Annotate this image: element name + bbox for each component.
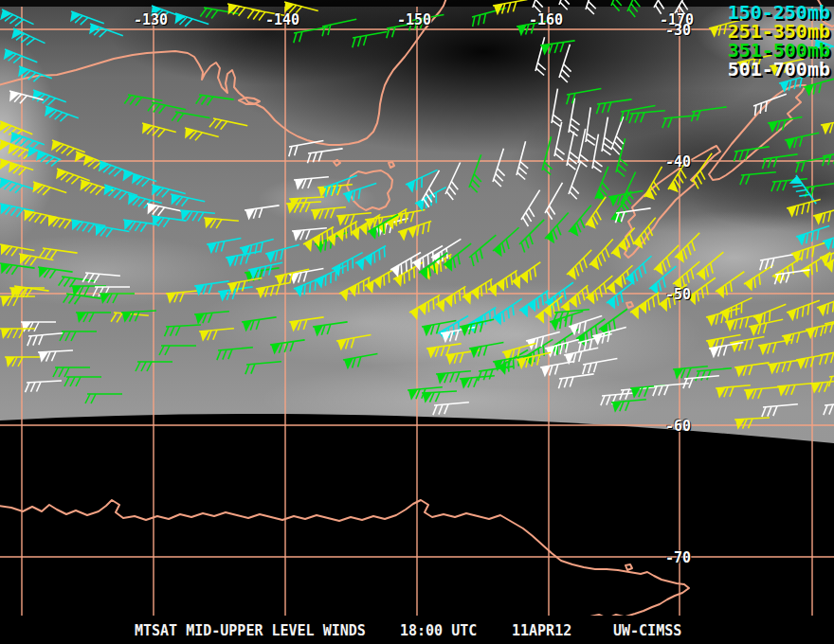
- wind-barb: [355, 246, 391, 273]
- wind-barb: [630, 293, 665, 321]
- valid-date: 11APR12: [512, 622, 571, 639]
- wind-barb: [540, 41, 576, 56]
- wind-barb: [343, 184, 380, 205]
- wind-barb: [0, 263, 35, 278]
- wind-barb: [720, 297, 756, 322]
- wind-barb: [422, 391, 458, 403]
- wind-barb: [777, 384, 813, 397]
- wind-barb: [242, 317, 278, 332]
- wind-barb: [709, 343, 745, 359]
- wind-barb: [569, 98, 585, 136]
- wind-barb: [172, 112, 209, 128]
- coastline-flinders-island: [389, 162, 394, 168]
- wind-barb: [716, 272, 751, 300]
- wind-barb: [444, 162, 469, 200]
- legend-item: 501-700mb: [728, 60, 830, 79]
- wind-barb: [690, 107, 728, 121]
- latitude-label: -70: [665, 549, 691, 566]
- wind-barb: [27, 333, 64, 346]
- wind-barb: [25, 381, 62, 392]
- wind-barb: [159, 346, 196, 355]
- wind-barb: [739, 172, 777, 185]
- wind-barb: [1, 49, 37, 72]
- wind-barb: [469, 343, 505, 359]
- wind-barb: [256, 283, 292, 299]
- wind-barb: [245, 362, 282, 374]
- latitude-label: -30: [665, 22, 691, 39]
- wind-barb: [30, 182, 67, 203]
- wind-barb: [468, 154, 490, 192]
- wind-barb: [166, 291, 202, 304]
- wind-barb: [493, 298, 528, 327]
- wind-barb: [552, 89, 568, 127]
- wind-barb: [415, 188, 451, 213]
- legend-item: 251-350mb: [728, 22, 830, 41]
- wind-barb: [343, 354, 379, 370]
- wind-barb: [744, 265, 779, 293]
- wind-barb: [744, 387, 780, 401]
- wind-barb: [64, 377, 101, 386]
- wind-barb: [492, 149, 513, 187]
- wind-barb: [207, 239, 243, 255]
- wind-barb: [592, 134, 608, 172]
- wind-barb: [557, 374, 595, 388]
- wind-barb: [823, 231, 834, 252]
- wind-barb: [53, 367, 90, 377]
- wind-barb: [86, 24, 123, 45]
- wind-barb: [734, 363, 771, 378]
- wind-barb: [569, 206, 599, 239]
- wind-barb: [697, 252, 730, 282]
- wind-barb: [199, 329, 235, 342]
- wind-barb: [615, 138, 634, 176]
- wind-barb: [535, 37, 553, 75]
- wind-barb: [120, 170, 157, 191]
- product-title: MTSAT MID-UPPER LEVEL WINDS: [135, 622, 366, 639]
- wind-barb: [40, 248, 78, 262]
- wind-barb: [38, 350, 74, 363]
- wind-barb: [823, 402, 834, 415]
- wind-barb: [121, 220, 157, 235]
- credit: UW-CIMSS: [613, 622, 681, 639]
- wind-barb: [687, 277, 721, 307]
- wind-barb: [540, 362, 576, 378]
- wind-barb: [25, 147, 61, 170]
- wind-barb: [581, 359, 619, 375]
- wind-barb: [21, 322, 56, 332]
- latitude-label: -60: [665, 418, 691, 435]
- wind-barb: [749, 319, 785, 336]
- wind-barb: [36, 267, 72, 282]
- wind-barb: [194, 312, 230, 325]
- wind-barb: [100, 294, 135, 304]
- wind-barb: [203, 218, 239, 231]
- wind-barb: [806, 322, 834, 339]
- wind-barb: [63, 294, 101, 308]
- wind-barb: [761, 404, 799, 417]
- top-edge-strip: [0, 0, 834, 7]
- wind-barb: [518, 220, 552, 253]
- wind-barb: [813, 206, 834, 225]
- wind-barb: [785, 133, 821, 150]
- wind-barb: [0, 296, 35, 307]
- wind-barb: [818, 349, 834, 366]
- wind-barb: [589, 240, 621, 273]
- wind-barb: [432, 402, 470, 415]
- wind-barb: [422, 321, 458, 337]
- wind-barb: [0, 159, 33, 180]
- wind-barb: [150, 216, 186, 231]
- latitude-label: -40: [665, 153, 691, 170]
- wind-barb: [17, 254, 53, 270]
- wind-barb: [791, 243, 828, 264]
- wind-barb: [565, 89, 603, 105]
- wind-barb: [654, 245, 686, 277]
- wind-barb: [595, 99, 633, 114]
- valid-time: 18:00 UTC: [400, 622, 477, 639]
- mtsat-wind-map: -130-140-150-160-170-30-40-50-60-70 150-…: [0, 0, 834, 644]
- wind-barb: [758, 255, 796, 271]
- wind-barb: [182, 128, 219, 147]
- wind-barb: [611, 400, 647, 413]
- wind-barb: [139, 123, 176, 142]
- wind-barb: [390, 253, 426, 279]
- latitude-label: -50: [665, 286, 691, 303]
- wind-barb: [0, 178, 33, 199]
- wind-barb: [9, 28, 45, 53]
